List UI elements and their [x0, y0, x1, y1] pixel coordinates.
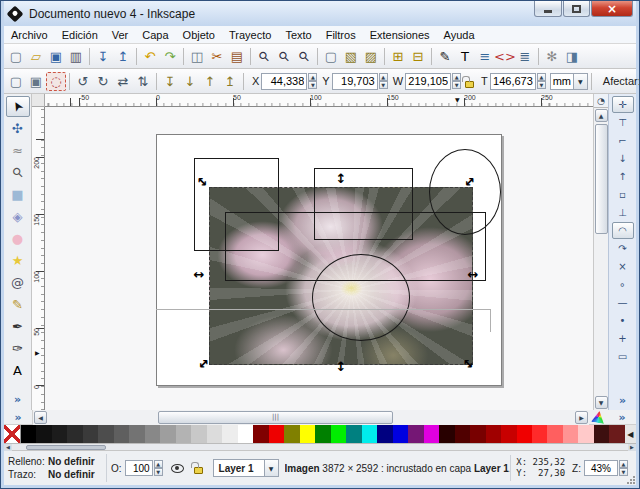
w-field-spinner[interactable]: ▲▼: [452, 73, 461, 89]
snap-nodes[interactable]: ⊥: [612, 204, 634, 221]
palette-swatch[interactable]: [284, 425, 299, 443]
scroll-down-icon[interactable]: ▼: [595, 396, 608, 409]
palette-swatch[interactable]: [424, 425, 439, 443]
new-document-icon[interactable]: ▢: [6, 47, 26, 66]
rectangle-tool[interactable]: ■: [6, 184, 30, 205]
palette-swatch[interactable]: [21, 425, 36, 443]
h-field-input[interactable]: [490, 73, 536, 90]
palette-swatch[interactable]: [83, 425, 98, 443]
vertical-ruler[interactable]: 200150100500▶: [32, 107, 45, 410]
3dbox-tool[interactable]: ◈: [6, 206, 30, 227]
vertical-scrollbar[interactable]: ◔ ▲ ▼: [593, 94, 608, 410]
deselect-icon[interactable]: ◌: [46, 72, 66, 91]
guide-line-horizontal[interactable]: [156, 309, 490, 310]
y-field-spinner[interactable]: ▲▼: [379, 73, 388, 89]
layer-select[interactable]: Layer 1: [213, 459, 265, 477]
color-management-icon[interactable]: [591, 410, 606, 424]
palette-swatch[interactable]: [36, 425, 51, 443]
w-field-input[interactable]: [405, 73, 451, 90]
redo-icon[interactable]: ↷: [160, 47, 180, 66]
palette-swatch[interactable]: [129, 425, 144, 443]
snap-paths[interactable]: ◠: [612, 222, 634, 239]
snap-bbox-edges[interactable]: ⌐: [612, 132, 634, 149]
palette-swatch[interactable]: [455, 425, 470, 443]
menu-edición[interactable]: Edición: [55, 26, 105, 44]
snapbar-more-chevron[interactable]: »: [619, 394, 626, 407]
create-clone-icon[interactable]: ▧: [341, 47, 361, 66]
palette-swatch[interactable]: [52, 425, 67, 443]
snap-bbox-corners[interactable]: ↓: [612, 150, 634, 167]
close-button[interactable]: ×: [591, 1, 633, 17]
text-tool[interactable]: A: [6, 360, 30, 381]
print-icon[interactable]: ▥: [66, 47, 86, 66]
palette-swatch[interactable]: [191, 425, 206, 443]
palette-swatch[interactable]: [114, 425, 129, 443]
menu-ver[interactable]: Ver: [105, 26, 136, 44]
palette-scroll-right-icon[interactable]: ▶: [628, 444, 636, 451]
cut-icon[interactable]: ✂: [207, 47, 227, 66]
snap-bbox-centers[interactable]: ▫: [612, 186, 634, 203]
palette-scrollbar[interactable]: ◀ ▶: [4, 444, 636, 451]
ellipse-tool[interactable]: ●: [6, 228, 30, 249]
align-dialog-icon[interactable]: ≣: [515, 47, 535, 66]
snap-bbox-edge-midpoints[interactable]: ↑: [612, 168, 634, 185]
open-folder-icon[interactable]: ▱: [26, 47, 46, 66]
maximize-button[interactable]: [563, 1, 590, 17]
palette-swatch[interactable]: [67, 425, 82, 443]
x-field-spinner[interactable]: ▲▼: [308, 73, 317, 89]
palette-swatch[interactable]: [269, 425, 284, 443]
rotate-cw-icon[interactable]: ↻: [93, 72, 113, 91]
palette-swatch[interactable]: [517, 425, 532, 443]
zoom-input[interactable]: [584, 460, 618, 476]
snap-rotation-centers[interactable]: +: [612, 330, 634, 347]
palette-swatch[interactable]: [594, 425, 609, 443]
horizontal-scroll-thumb[interactable]: |||: [158, 411, 393, 424]
x-field-input[interactable]: [261, 73, 307, 90]
unit-select[interactable]: mm: [550, 73, 574, 90]
horizontal-scroll-track[interactable]: |||: [48, 411, 574, 424]
palette-swatch[interactable]: [547, 425, 562, 443]
drawn-ellipse-1[interactable]: [429, 149, 501, 235]
tweak-tool[interactable]: ≈: [6, 140, 30, 161]
lock-ratio-icon[interactable]: [465, 81, 474, 88]
scroll-left-icon[interactable]: ◀: [34, 411, 47, 424]
snap-object-centers[interactable]: •: [612, 312, 634, 329]
menu-ayuda[interactable]: Ayuda: [437, 26, 482, 44]
horizontal-scrollbar[interactable]: ◀ ||| ▶: [32, 410, 589, 425]
vertical-scroll-track[interactable]: [595, 235, 608, 395]
unit-dropdown-arrow-icon[interactable]: ▼: [574, 73, 588, 90]
palette-swatch[interactable]: [532, 425, 547, 443]
palette-swatch[interactable]: [160, 425, 175, 443]
palette-scroll-thumb[interactable]: [26, 445, 106, 450]
palette-swatch[interactable]: [501, 425, 516, 443]
palette-swatch[interactable]: [222, 425, 237, 443]
duplicate-icon[interactable]: ▢: [321, 47, 341, 66]
fill-stroke-dialog-icon[interactable]: ✎: [435, 47, 455, 66]
palette-swatch[interactable]: [609, 425, 624, 443]
lower-to-bottom-icon[interactable]: ↧: [160, 72, 180, 91]
menu-texto[interactable]: Texto: [278, 26, 318, 44]
minimize-button[interactable]: [534, 1, 562, 17]
palette-swatch[interactable]: [563, 425, 578, 443]
palette-swatch[interactable]: [300, 425, 315, 443]
copy-icon[interactable]: ◫: [187, 47, 207, 66]
undo-icon[interactable]: ↶: [140, 47, 160, 66]
snap-smooth-nodes[interactable]: ∘: [612, 276, 634, 293]
text-dialog-icon[interactable]: T: [455, 47, 475, 66]
menu-archivo[interactable]: Archivo: [4, 26, 55, 44]
rotate-ccw-icon[interactable]: ↺: [73, 72, 93, 91]
palette-swatch[interactable]: [486, 425, 501, 443]
save-icon[interactable]: ▣: [46, 47, 66, 66]
resize-grip[interactable]: [627, 476, 635, 484]
palette-swatch[interactable]: [470, 425, 485, 443]
pencil-tool[interactable]: ✎: [6, 294, 30, 315]
spiral-tool[interactable]: @: [6, 272, 30, 293]
y-field-input[interactable]: [332, 73, 378, 90]
menu-objeto[interactable]: Objeto: [176, 26, 222, 44]
snap-path-intersections[interactable]: ↷: [612, 240, 634, 257]
fill-stroke-indicator[interactable]: Relleno: No definir Trazo: No definir: [4, 454, 107, 482]
palette-swatch[interactable]: [408, 425, 423, 443]
selection-handle-w[interactable]: ↔: [192, 267, 206, 281]
flip-vertical-icon[interactable]: ⇅: [133, 72, 153, 91]
zoom-spinner[interactable]: ▲▼: [619, 460, 628, 476]
